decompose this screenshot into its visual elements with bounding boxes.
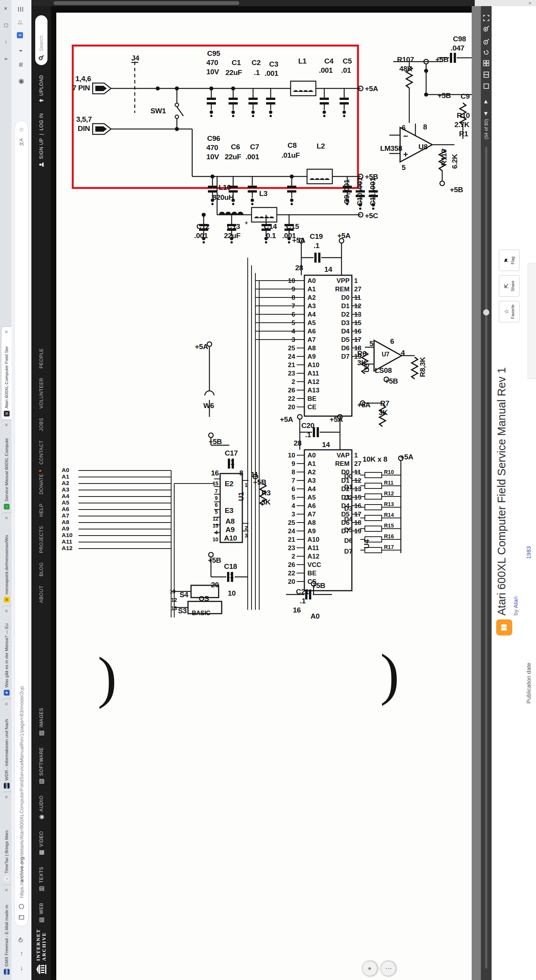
- browser-tab[interactable]: ◓ Service Manual 600XL Compute ✕: [2, 420, 11, 513]
- media-tab[interactable]: ▨ IMAGES: [38, 708, 45, 736]
- floating-page-button[interactable]: ⋮: [381, 961, 396, 976]
- one-page-icon[interactable]: [483, 83, 490, 90]
- upload-link[interactable]: UPLOAD: [39, 75, 44, 103]
- page-slider-track[interactable]: [485, 147, 487, 969]
- internet-archive-logo-text[interactable]: INTERNET ARCHIVE: [35, 929, 47, 961]
- media-tab[interactable]: ◉ AUDIO: [38, 795, 45, 820]
- menu-icon[interactable]: ☰: [17, 7, 25, 12]
- header-nav-link[interactable]: PEOPLE: [39, 348, 44, 369]
- zoom-in-icon[interactable]: [483, 25, 490, 32]
- u4-pins-right: 1 27 11 12 13 15 16 17 18 19: [354, 451, 361, 536]
- action-icon: ⇱: [503, 284, 509, 289]
- header-nav-link[interactable]: JOBS: [39, 418, 44, 431]
- tab-close-icon[interactable]: ✕: [4, 888, 9, 893]
- media-tab-label: IMAGES: [39, 708, 44, 728]
- url-bar[interactable]: https://archive.org/details/Atari600XLCo…: [15, 121, 28, 926]
- page-slider-handle[interactable]: [483, 309, 489, 315]
- browser-scrollbar[interactable]: ∨: [31, 0, 536, 6]
- forward-icon[interactable]: →: [17, 951, 25, 957]
- tab-close-icon[interactable]: ✕: [4, 516, 9, 521]
- schematic-label: S4: [180, 591, 188, 599]
- scanned-page-container[interactable]: − +: [56, 13, 472, 980]
- author-link[interactable]: Atari: [512, 596, 519, 608]
- tab-close-icon[interactable]: ✕: [4, 795, 9, 800]
- tab-close-icon[interactable]: ✕: [4, 609, 9, 614]
- header-nav-link[interactable]: HELP: [39, 503, 44, 517]
- schematic-label: C95: [207, 49, 220, 58]
- action-button[interactable]: ⚑ Flag: [499, 250, 520, 271]
- rotate-icon[interactable]: [483, 49, 490, 56]
- page-info-icon[interactable]: [19, 914, 25, 920]
- scrollbar-down-arrow[interactable]: ∨: [528, 0, 532, 6]
- schematic-label: +5A: [337, 232, 350, 240]
- reload-icon[interactable]: ⟳: [17, 937, 25, 942]
- media-tab[interactable]: ▤ WEB: [38, 903, 45, 923]
- browser-tab[interactable]: M mensapoint.de/mensamax/Wo ✕: [2, 513, 11, 606]
- action-button[interactable]: ☆ Favorite: [499, 301, 520, 322]
- panel-toggle-icon[interactable]: ∨: [3, 51, 8, 67]
- zoom-out-icon[interactable]: [483, 38, 490, 45]
- schematic-label: C20: [301, 421, 314, 430]
- schematic-label: 5: [402, 163, 405, 172]
- header-nav-link[interactable]: DONATE: [39, 474, 44, 494]
- extension-play-icon[interactable]: ◉: [17, 78, 25, 84]
- header-nav-link[interactable]: ABOUT: [39, 585, 44, 603]
- schematic-label: 7: [215, 488, 218, 494]
- media-tab-label: VIDEO: [39, 831, 44, 847]
- tab-favicon: ●: [4, 876, 10, 882]
- flag-extension-icon[interactable]: ⚐: [17, 20, 25, 25]
- maximize-button[interactable]: ▢: [3, 17, 8, 34]
- schematic-label: 16: [293, 606, 301, 614]
- thumbnails-icon[interactable]: [483, 60, 490, 67]
- browser-tab[interactable]: ◍ Was gibt es in der Mensa? — Eu ✕: [2, 606, 11, 699]
- translate-icon[interactable]: 文A: [18, 138, 25, 146]
- two-page-icon[interactable]: [483, 71, 490, 78]
- action-button[interactable]: ⇱ Share: [499, 275, 520, 297]
- media-tab[interactable]: ▥ TEXTS: [38, 867, 45, 891]
- scrollbar-thumb[interactable]: [54, 1, 239, 5]
- schematic-label: L10: [219, 183, 231, 192]
- extension-lines-icon[interactable]: ≋: [17, 62, 25, 67]
- browser-tab[interactable]: WDR WDR - Informationen und Nach ✕: [2, 699, 11, 792]
- schematic-label: 1,4,6: [75, 75, 91, 83]
- schematic-label: C18: [224, 562, 237, 571]
- floating-page-button[interactable]: ⌖: [362, 961, 377, 976]
- schematic-label: L1: [298, 57, 307, 65]
- back-icon[interactable]: ←: [17, 965, 25, 972]
- browser-tab[interactable]: GMX GMX Freemail - E-Mail made in ✕: [2, 885, 11, 978]
- search-input[interactable]: [38, 20, 44, 52]
- header-nav-link[interactable]: PROJECTS: [39, 526, 44, 553]
- media-tab-label: WEB: [39, 903, 44, 914]
- header-nav-link[interactable]: CONTACT: [39, 440, 44, 464]
- internet-archive-logo-icon[interactable]: [36, 964, 47, 975]
- close-button[interactable]: ✕: [3, 0, 8, 17]
- extension-image-icon[interactable]: a: [17, 32, 23, 38]
- schematic-label: C12: [196, 222, 209, 231]
- fullscreen-icon[interactable]: [483, 15, 490, 21]
- schematic-label: 15: [212, 480, 218, 487]
- header-nav-link[interactable]: BLOG: [39, 562, 44, 577]
- bookmark-star-icon[interactable]: ☆: [18, 127, 25, 132]
- schematic-label: 820uH: [212, 193, 234, 202]
- url-text[interactable]: https://archive.org/details/Atari600XLCo…: [19, 152, 25, 898]
- media-tab[interactable]: ▦ VIDEO: [38, 831, 45, 855]
- darkreader-icon[interactable]: ◐: [17, 48, 25, 52]
- schematic-label: +5B: [209, 438, 222, 446]
- next-page-icon[interactable]: ▶: [483, 100, 488, 103]
- shield-permissions-icon[interactable]: [18, 903, 25, 910]
- header-nav-link[interactable]: VOLUNTEER: [39, 378, 44, 409]
- tab-close-icon[interactable]: ✕: [4, 423, 9, 428]
- scrollbar-track-light: [475, 0, 536, 6]
- browser-tab[interactable]: ● TimeTac | Brings Marc ✕: [2, 792, 11, 885]
- tab-close-icon[interactable]: ✕: [4, 702, 9, 707]
- header-search[interactable]: [35, 15, 47, 65]
- signup-login-links[interactable]: SIGN UP|LOG IN: [39, 113, 44, 167]
- schematic-label: .1: [300, 597, 306, 605]
- media-tab[interactable]: ▧ SOFTWARE: [38, 747, 45, 784]
- minimize-button[interactable]: –: [3, 34, 8, 51]
- prev-page-icon[interactable]: ◀: [483, 112, 488, 116]
- publication-date-value[interactable]: 1983: [525, 546, 532, 559]
- browser-tab[interactable]: ◫ Atari 600XL Computer Field Ser ✕: [2, 327, 11, 420]
- tab-favicon: ◫: [4, 411, 10, 416]
- tab-close-icon[interactable]: ✕: [4, 330, 9, 335]
